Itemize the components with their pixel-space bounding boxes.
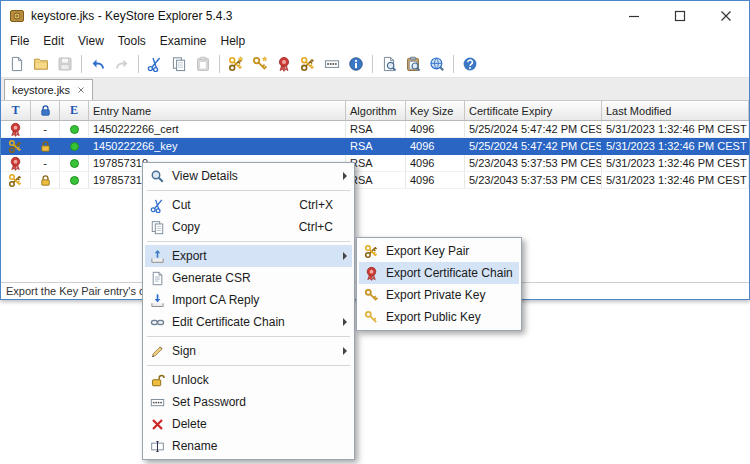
toolbar-separator: [453, 55, 454, 73]
close-button[interactable]: [703, 1, 749, 30]
cell-status: [60, 121, 89, 137]
new-document-icon: [9, 56, 25, 72]
context-menu-item-generate-csr[interactable]: Generate CSR: [145, 267, 352, 289]
examine-file-button[interactable]: [377, 52, 401, 76]
paste-button[interactable]: [191, 52, 215, 76]
submenu-item-export-public-key[interactable]: Export Public Key: [359, 306, 519, 328]
examine-file-icon: [381, 56, 397, 72]
open-keystore-button[interactable]: [29, 52, 53, 76]
cell-algorithm: RSA: [346, 138, 406, 154]
cut-icon: [147, 56, 163, 72]
toolbar-separator: [138, 55, 139, 73]
examine-clipboard-icon: [405, 56, 421, 72]
certificate-icon: [8, 156, 23, 171]
context-menu-item-set-password[interactable]: Set Password: [145, 391, 352, 413]
menu-view[interactable]: View: [71, 32, 111, 50]
context-menu-item-edit-certificate-chain[interactable]: Edit Certificate Chain: [145, 311, 352, 333]
help-icon: [462, 56, 478, 72]
status-ok-icon: [70, 142, 79, 151]
cell-certificate-expiry: 5/25/2024 5:47:42 PM CEST: [465, 138, 602, 154]
column-header-algorithm[interactable]: Algorithm: [346, 101, 406, 120]
tab-bar: keystore.jks: [1, 78, 749, 101]
minimize-button[interactable]: [611, 1, 657, 30]
cell-entry-name: 1450222266_key: [89, 138, 346, 154]
tab-close-icon[interactable]: [77, 86, 85, 94]
table-row-1450222266-cert[interactable]: - 1450222266_cert RSA 4096 5/25/2024 5:4…: [1, 121, 749, 138]
password-icon: [324, 56, 340, 72]
column-header-last-modified[interactable]: Last Modified: [602, 101, 749, 120]
column-header-key-size[interactable]: Key Size: [406, 101, 465, 120]
generate-secret-key-button[interactable]: [248, 52, 272, 76]
menu-file[interactable]: File: [3, 32, 36, 50]
examine-ssl-button[interactable]: [425, 52, 449, 76]
context-menu-item-rename[interactable]: Rename: [145, 435, 352, 457]
unlock-icon: [148, 373, 166, 388]
private-key-icon: [362, 288, 380, 303]
cell-status: [60, 138, 89, 154]
table-row-1450222266-key-selected[interactable]: 1450222266_key RSA 4096 5/25/2024 5:47:4…: [1, 138, 749, 155]
context-menu-item-delete[interactable]: Delete: [145, 413, 352, 435]
toolbar-separator: [81, 55, 82, 73]
menu-examine[interactable]: Examine: [153, 32, 214, 50]
cell-last-modified: 5/31/2023 1:32:46 PM CEST: [602, 155, 749, 171]
locked-icon: [39, 140, 52, 153]
tab-keystore-jks[interactable]: keystore.jks: [4, 79, 93, 100]
cell-type: [1, 138, 31, 154]
toolbar-separator: [372, 55, 373, 73]
globe-icon: [429, 56, 445, 72]
cut-button[interactable]: [143, 52, 167, 76]
help-button[interactable]: [458, 52, 482, 76]
cell-algorithm: RSA: [346, 121, 406, 137]
table-row-19785731-key[interactable]: 19785731 RSA 4096 5/23/2043 5:37:53 PM C…: [1, 172, 749, 189]
key-pair-icon: [8, 173, 23, 188]
properties-button[interactable]: [344, 52, 368, 76]
menu-help[interactable]: Help: [214, 32, 253, 50]
context-menu-item-unlock[interactable]: Unlock: [145, 369, 352, 391]
undo-button[interactable]: [86, 52, 110, 76]
context-menu-item-view-details[interactable]: View Details: [145, 165, 352, 187]
toolbar: [1, 51, 749, 78]
import-trusted-certificate-button[interactable]: [272, 52, 296, 76]
cell-key-size: 4096: [406, 138, 465, 154]
cell-type: [1, 121, 31, 137]
set-password-icon: [148, 395, 166, 410]
menu-separator: [147, 190, 350, 191]
context-menu-item-export[interactable]: Export: [145, 245, 352, 267]
copy-button[interactable]: [167, 52, 191, 76]
context-menu-item-import-ca-reply[interactable]: Import CA Reply: [145, 289, 352, 311]
context-menu-item-sign[interactable]: Sign: [145, 340, 352, 362]
table-row-197857319-cert[interactable]: - 197857319 RSA 4096 5/23/2043 5:37:53 P…: [1, 155, 749, 172]
generate-key-pair-button[interactable]: [224, 52, 248, 76]
new-keystore-button[interactable]: [5, 52, 29, 76]
save-keystore-button[interactable]: [53, 52, 77, 76]
copy-icon: [171, 56, 187, 72]
maximize-button[interactable]: [657, 1, 703, 30]
cell-lock: -: [31, 121, 60, 137]
redo-button[interactable]: [110, 52, 134, 76]
lock-icon: [39, 104, 52, 117]
column-header-certificate-expiry[interactable]: Certificate Expiry: [465, 101, 602, 120]
column-header-lock-status[interactable]: [31, 101, 60, 120]
submenu-item-export-key-pair[interactable]: Export Key Pair: [359, 240, 519, 262]
set-password-button[interactable]: [320, 52, 344, 76]
import-key-pair-button[interactable]: [296, 52, 320, 76]
context-menu-item-copy[interactable]: Copy Ctrl+C: [145, 216, 352, 238]
status-ok-icon: [70, 176, 79, 185]
submenu-item-export-private-key[interactable]: Export Private Key: [359, 284, 519, 306]
rename-icon: [148, 439, 166, 454]
status-ok-icon: [70, 159, 79, 168]
menu-edit[interactable]: Edit: [36, 32, 71, 50]
column-header-type[interactable]: T: [1, 101, 31, 120]
menu-tools[interactable]: Tools: [111, 32, 153, 50]
column-header-expiry-status[interactable]: E: [60, 101, 89, 120]
menu-separator: [147, 241, 350, 242]
cell-status: [60, 172, 89, 188]
context-menu-item-cut[interactable]: Cut Ctrl+X: [145, 194, 352, 216]
copy-icon: [148, 220, 166, 235]
cell-type: [1, 172, 31, 188]
column-header-entry-name[interactable]: Entry Name: [89, 101, 346, 120]
submenu-item-export-certificate-chain[interactable]: Export Certificate Chain: [359, 262, 519, 284]
edit-certificate-chain-icon: [148, 315, 166, 330]
locked-icon: [39, 174, 52, 187]
examine-clipboard-button[interactable]: [401, 52, 425, 76]
